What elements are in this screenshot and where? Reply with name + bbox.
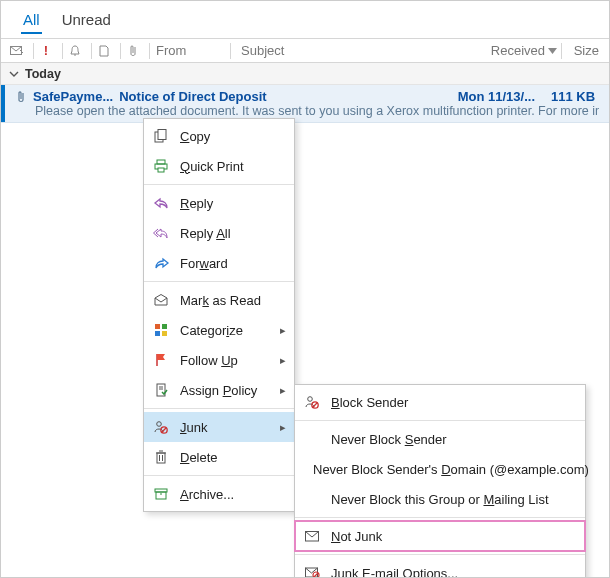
forward-icon [152, 257, 170, 269]
menu-forward[interactable]: Forward [144, 248, 294, 278]
menu-label: Never Block this Group or Mailing List [331, 492, 549, 507]
submenu-junk-options[interactable]: Junk E-mail Options... [295, 558, 585, 578]
svg-rect-4 [157, 160, 165, 164]
menu-label: Never Block Sender [331, 432, 447, 447]
message-subject: Notice of Direct Deposit [119, 89, 266, 104]
menu-separator [295, 517, 585, 518]
menu-label: Assign Policy [180, 383, 257, 398]
group-label: Today [25, 67, 61, 81]
menu-copy[interactable]: Copy [144, 121, 294, 151]
menu-label: Mark as Read [180, 293, 261, 308]
svg-rect-23 [156, 492, 166, 499]
column-received[interactable]: Received [491, 43, 557, 58]
menu-label: Quick Print [180, 159, 244, 174]
printer-icon [152, 159, 170, 173]
reply-icon [152, 197, 170, 209]
column-from[interactable]: From [156, 43, 226, 58]
menu-label: Not Junk [331, 529, 382, 544]
menu-label: Reply All [180, 226, 231, 241]
copy-icon [152, 129, 170, 143]
archive-icon [152, 488, 170, 500]
reminder-bell-icon[interactable] [67, 43, 83, 59]
column-headers: ! From Subject Received Size [1, 39, 609, 63]
svg-rect-7 [155, 324, 160, 329]
menu-label: Copy [180, 129, 210, 144]
menu-quick-print[interactable]: Quick Print [144, 151, 294, 181]
tab-all[interactable]: All [21, 7, 42, 34]
menu-separator [144, 475, 294, 476]
junk-submenu: Block Sender Never Block Sender Never Bl… [294, 384, 586, 578]
envelope-column-icon[interactable] [9, 43, 25, 59]
svg-point-14 [157, 422, 162, 427]
submenu-arrow-icon: ▸ [280, 324, 286, 337]
attachment-icon [15, 90, 27, 104]
svg-rect-9 [155, 331, 160, 336]
message-date: Mon 11/13/... [458, 89, 535, 104]
policy-icon [152, 383, 170, 397]
menu-separator [144, 184, 294, 185]
message-row[interactable]: SafePayme... Notice of Direct Deposit Mo… [1, 85, 609, 123]
sort-desc-icon [548, 48, 557, 54]
menu-mark-as-read[interactable]: Mark as Read [144, 285, 294, 315]
menu-junk[interactable]: Junk ▸ [144, 412, 294, 442]
menu-delete[interactable]: Delete [144, 442, 294, 472]
menu-label: Follow Up [180, 353, 238, 368]
menu-separator [295, 554, 585, 555]
svg-point-25 [308, 397, 313, 402]
group-today[interactable]: Today [1, 63, 609, 85]
svg-rect-10 [162, 331, 167, 336]
submenu-arrow-icon: ▸ [280, 384, 286, 397]
icon-column[interactable] [96, 43, 112, 59]
menu-assign-policy[interactable]: Assign Policy ▸ [144, 375, 294, 405]
menu-label: Delete [180, 450, 218, 465]
attachment-column-icon[interactable] [125, 43, 141, 59]
message-from: SafePayme... [33, 89, 113, 104]
svg-rect-6 [158, 168, 164, 172]
menu-label: Archive... [180, 487, 234, 502]
importance-icon[interactable]: ! [38, 43, 54, 59]
svg-rect-3 [158, 130, 166, 140]
submenu-never-block-domain[interactable]: Never Block Sender's Domain (@example.co… [295, 454, 585, 484]
junk-options-icon [303, 567, 321, 578]
menu-separator [295, 420, 585, 421]
submenu-never-block-group[interactable]: Never Block this Group or Mailing List [295, 484, 585, 514]
menu-separator [144, 408, 294, 409]
filter-tabs: All Unread [1, 1, 609, 39]
menu-label: Junk E-mail Options... [331, 566, 458, 579]
envelope-open-icon [152, 294, 170, 306]
reply-all-icon [152, 227, 170, 239]
menu-label: Block Sender [331, 395, 408, 410]
menu-label: Categorize [180, 323, 243, 338]
trash-icon [152, 450, 170, 464]
menu-label: Junk [180, 420, 207, 435]
column-size[interactable]: Size [574, 43, 599, 58]
menu-label: Reply [180, 196, 213, 211]
submenu-arrow-icon: ▸ [280, 421, 286, 434]
message-preview: Please open the attached document. It wa… [15, 104, 599, 118]
junk-icon [152, 420, 170, 434]
submenu-never-block-sender[interactable]: Never Block Sender [295, 424, 585, 454]
menu-reply[interactable]: Reply [144, 188, 294, 218]
submenu-not-junk[interactable]: Not Junk [295, 521, 585, 551]
svg-rect-8 [162, 324, 167, 329]
block-sender-icon [303, 395, 321, 409]
envelope-icon [303, 531, 321, 542]
context-menu: Copy Quick Print Reply Reply All Forward… [143, 118, 295, 512]
tab-unread[interactable]: Unread [60, 7, 113, 32]
menu-follow-up[interactable]: Follow Up ▸ [144, 345, 294, 375]
message-size: 111 KB [551, 89, 599, 104]
chevron-down-icon [9, 70, 19, 78]
menu-categorize[interactable]: Categorize ▸ [144, 315, 294, 345]
menu-separator [144, 281, 294, 282]
menu-reply-all[interactable]: Reply All [144, 218, 294, 248]
menu-label: Never Block Sender's Domain (@example.co… [313, 462, 589, 477]
submenu-arrow-icon: ▸ [280, 354, 286, 367]
submenu-block-sender[interactable]: Block Sender [295, 387, 585, 417]
svg-rect-17 [157, 453, 165, 463]
categories-icon [152, 323, 170, 337]
menu-archive[interactable]: Archive... [144, 479, 294, 509]
flag-icon [152, 353, 170, 367]
menu-label: Forward [180, 256, 228, 271]
